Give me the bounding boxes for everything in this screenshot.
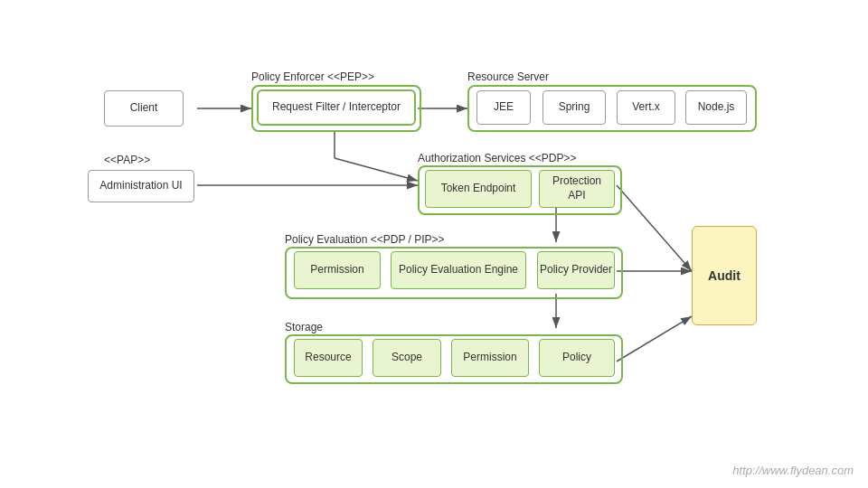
protection-api-box: ProtectionAPI: [539, 170, 615, 208]
audit-box: Audit: [692, 226, 757, 325]
watermark: http://www.flydean.com: [732, 464, 854, 477]
diagram-container: <<PAP>> Client Administration UI Policy …: [0, 0, 868, 488]
client-box: Client: [104, 90, 184, 127]
jee-box: JEE: [476, 90, 531, 125]
protection-api-label: ProtectionAPI: [552, 174, 601, 202]
policy-eval-label: Policy Evaluation <<PDP / PIP>>: [285, 233, 445, 246]
nodejs-box: Node.js: [685, 90, 747, 125]
token-endpoint-box: Token Endpoint: [425, 170, 532, 208]
scope-box: Scope: [373, 339, 441, 377]
policy-eval-engine-box: Policy Evaluation Engine: [391, 251, 526, 289]
auth-services-label: Authorization Services <<PDP>>: [418, 152, 576, 164]
svg-line-6: [617, 185, 692, 271]
spring-box: Spring: [542, 90, 606, 125]
permission-storage-box: Permission: [451, 339, 529, 377]
policy-enforcer-label: Policy Enforcer <<PEP>>: [251, 70, 374, 83]
request-filter-box: Request Filter / Interceptor: [257, 89, 416, 126]
resource-server-label: Resource Server: [467, 70, 549, 83]
svg-line-10: [617, 316, 692, 361]
policy-storage-box: Policy: [539, 339, 615, 377]
permission-box: Permission: [294, 251, 381, 289]
policy-provider-box: Policy Provider: [537, 251, 615, 289]
svg-line-4: [335, 158, 418, 181]
resource-box: Resource: [294, 339, 363, 377]
admin-ui-box: Administration UI: [88, 170, 194, 202]
vertx-box: Vert.x: [617, 90, 675, 125]
storage-label: Storage: [285, 321, 323, 333]
pap-label: <<PAP>>: [104, 154, 150, 166]
